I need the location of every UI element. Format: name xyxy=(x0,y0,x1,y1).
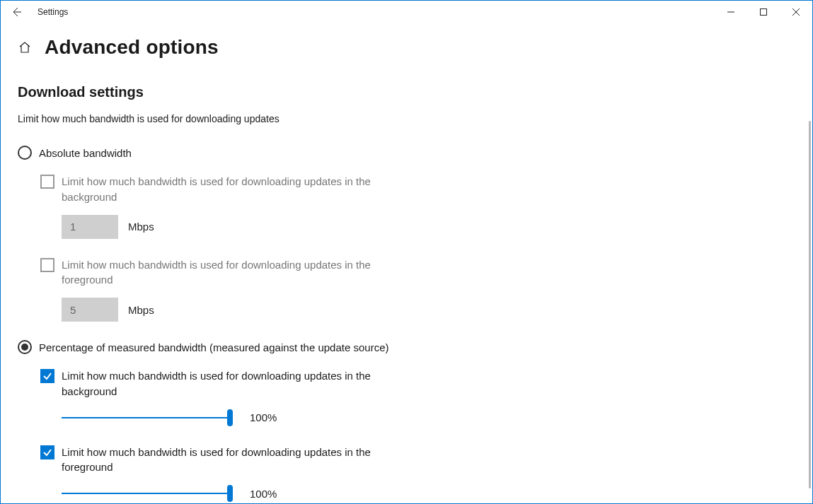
checkbox-absolute-background xyxy=(40,175,54,189)
scrollbar[interactable] xyxy=(809,121,811,488)
checkbox-label: Limit how much bandwidth is used for dow… xyxy=(62,257,408,288)
radio-icon xyxy=(18,146,32,160)
slider-percentage-background[interactable] xyxy=(62,409,230,426)
unit-label: Mbps xyxy=(128,221,154,233)
radio-label: Absolute bandwidth xyxy=(39,147,132,159)
checkbox-percentage-background[interactable] xyxy=(40,369,54,383)
titlebar: Settings xyxy=(1,1,812,23)
absolute-background-input xyxy=(62,215,118,239)
window-controls xyxy=(715,1,812,23)
content-area: Advanced options Download settings Limit… xyxy=(1,23,812,503)
check-icon xyxy=(42,371,52,381)
radio-label: Percentage of measured bandwidth (measur… xyxy=(39,341,388,353)
close-icon xyxy=(792,8,800,16)
radio-absolute-bandwidth[interactable]: Absolute bandwidth xyxy=(18,146,795,160)
unit-label: Mbps xyxy=(128,304,154,316)
maximize-button[interactable] xyxy=(747,1,780,23)
section-heading: Download settings xyxy=(18,84,795,100)
arrow-left-icon xyxy=(11,6,22,18)
page-title: Advanced options xyxy=(45,36,219,59)
minimize-button[interactable] xyxy=(715,1,747,23)
back-button[interactable] xyxy=(9,5,23,19)
maximize-icon xyxy=(760,8,767,16)
checkbox-percentage-foreground[interactable] xyxy=(40,445,54,459)
slider-thumb[interactable] xyxy=(227,485,233,502)
radio-icon xyxy=(18,340,32,354)
slider-value-label: 100% xyxy=(250,488,277,500)
section-description: Limit how much bandwidth is used for dow… xyxy=(18,113,795,124)
checkbox-absolute-foreground xyxy=(40,258,54,272)
checkbox-label: Limit how much bandwidth is used for dow… xyxy=(62,445,408,476)
radio-percentage-bandwidth[interactable]: Percentage of measured bandwidth (measur… xyxy=(18,340,795,354)
close-button[interactable] xyxy=(780,1,812,23)
checkbox-label: Limit how much bandwidth is used for dow… xyxy=(62,174,408,205)
minimize-icon xyxy=(727,8,734,16)
slider-value-label: 100% xyxy=(250,411,277,423)
checkbox-label: Limit how much bandwidth is used for dow… xyxy=(62,368,408,399)
absolute-foreground-input xyxy=(62,298,118,322)
home-icon xyxy=(18,41,31,54)
slider-percentage-foreground[interactable] xyxy=(62,485,230,502)
app-title: Settings xyxy=(38,7,68,17)
slider-thumb[interactable] xyxy=(227,409,233,426)
home-button[interactable] xyxy=(18,40,32,54)
svg-rect-0 xyxy=(761,9,767,16)
check-icon xyxy=(42,447,52,457)
